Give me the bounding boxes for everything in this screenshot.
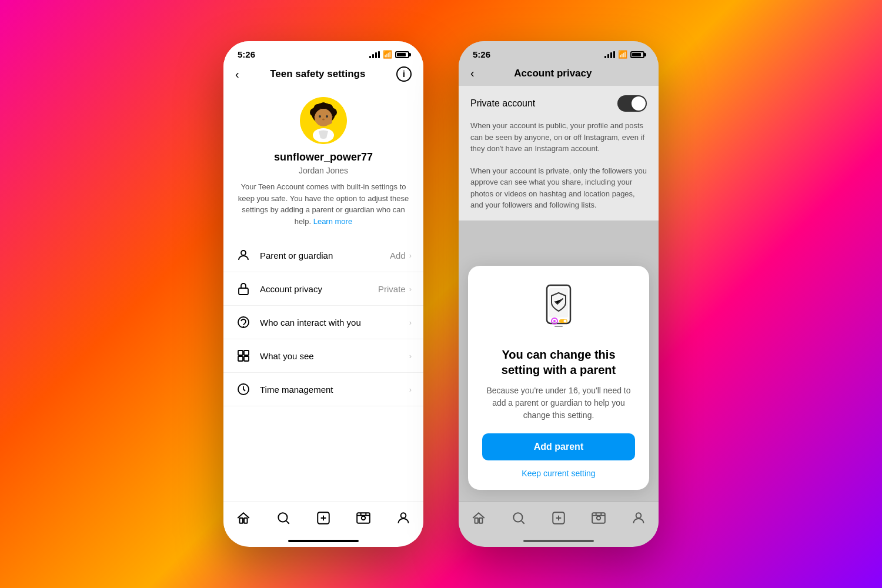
privacy-section: Private account When your account is pub… — [459, 86, 659, 220]
phone1-content: sunflower_power77 Jordan Jones Your Teen… — [223, 88, 423, 502]
signal-icon-2 — [604, 51, 615, 58]
svg-point-33 — [553, 320, 556, 322]
shield-phone-icon — [538, 282, 579, 335]
parent-guardian-value: Add — [390, 250, 406, 260]
svg-point-39 — [513, 513, 522, 522]
battery-icon-2 — [630, 51, 644, 58]
page-title-1: Teen safety settings — [270, 68, 365, 80]
page-title-2: Account privacy — [514, 68, 592, 79]
tab-bar-1 — [223, 502, 423, 540]
chevron-icon-4: › — [409, 352, 412, 360]
svg-rect-24 — [244, 518, 247, 523]
time-management-item[interactable]: Time management › — [223, 373, 423, 406]
parent-guardian-label: Parent or guardian — [260, 250, 390, 260]
real-name: Jordan Jones — [299, 166, 348, 175]
plus-tab[interactable] — [310, 508, 336, 528]
account-privacy-value: Private — [378, 284, 406, 294]
tab-bar-2 — [459, 502, 659, 540]
grid-icon — [235, 348, 252, 364]
phone2-content: Private account When your account is pub… — [459, 86, 659, 502]
battery-icon — [395, 51, 409, 58]
chevron-icon-5: › — [409, 385, 412, 394]
username: sunflower_power77 — [274, 151, 373, 163]
reels-tab[interactable] — [350, 508, 376, 528]
account-privacy-item[interactable]: Account privacy Private › — [223, 272, 423, 306]
back-button-2[interactable]: ‹ — [470, 66, 475, 80]
what-you-see-item[interactable]: What you see › — [223, 339, 423, 373]
time-2: 5:26 — [473, 49, 490, 59]
account-privacy-label: Account privacy — [260, 284, 378, 294]
status-bar-1: 5:26 📶 — [223, 41, 423, 63]
status-bar-2: 5:26 📶 — [459, 41, 659, 63]
profile-tab-2[interactable] — [626, 508, 652, 528]
svg-point-42 — [597, 516, 601, 520]
what-you-see-label: What you see — [260, 351, 409, 361]
svg-point-17 — [243, 327, 244, 328]
clock-icon — [235, 381, 252, 397]
svg-point-10 — [326, 115, 328, 118]
svg-point-25 — [278, 513, 287, 522]
modal-title: You can change this setting with a paren… — [482, 347, 635, 377]
svg-point-29 — [401, 513, 406, 518]
svg-rect-36 — [554, 326, 563, 327]
search-tab-2[interactable] — [506, 508, 532, 528]
modal-card: You can change this setting with a paren… — [468, 266, 649, 490]
back-button-1[interactable]: ‹ — [235, 68, 239, 81]
home-indicator-2 — [523, 540, 594, 542]
keep-setting-link[interactable]: Keep current setting — [522, 469, 595, 478]
svg-point-9 — [319, 115, 321, 118]
modal-description: Because you're under 16, you'll need to … — [482, 385, 635, 422]
svg-rect-15 — [239, 288, 248, 295]
svg-rect-21 — [244, 356, 249, 361]
profile-tab[interactable] — [390, 508, 416, 528]
person-icon — [235, 247, 252, 263]
svg-rect-38 — [479, 518, 482, 523]
svg-point-12 — [324, 119, 332, 125]
phone-1: 5:26 📶 ‹ Teen safety settings i — [223, 41, 423, 547]
menu-list: Parent or guardian Add › Account privacy… — [223, 239, 423, 406]
svg-point-28 — [362, 516, 366, 520]
privacy-desc-public: When your account is public, your profil… — [470, 120, 647, 155]
privacy-desc-private: When your account is private, only the f… — [470, 165, 647, 211]
nav-bar-1: ‹ Teen safety settings i — [223, 63, 423, 88]
avatar — [300, 97, 347, 144]
private-toggle[interactable] — [617, 95, 647, 112]
add-parent-button[interactable]: Add parent — [482, 433, 635, 460]
parent-guardian-item[interactable]: Parent or guardian Add › — [223, 239, 423, 272]
info-button[interactable]: i — [396, 66, 412, 82]
phone-shield-svg — [538, 282, 579, 335]
signal-icon — [369, 51, 380, 58]
home-tab[interactable] — [230, 508, 256, 528]
time-management-label: Time management — [260, 385, 409, 395]
who-can-interact-item[interactable]: Who can interact with you › — [223, 306, 423, 339]
svg-rect-20 — [238, 356, 243, 361]
who-can-interact-label: Who can interact with you — [260, 318, 409, 328]
status-icons-1: 📶 — [369, 50, 409, 59]
svg-rect-23 — [240, 518, 243, 523]
profile-section: sunflower_power77 Jordan Jones Your Teen… — [223, 88, 423, 234]
search-tab[interactable] — [270, 508, 296, 528]
nav-bar-2: ‹ Account privacy — [459, 63, 659, 86]
home-tab-2[interactable] — [466, 508, 492, 528]
modal-overlay: You can change this setting with a paren… — [459, 220, 659, 502]
svg-rect-41 — [592, 513, 605, 523]
svg-rect-19 — [244, 350, 249, 355]
chevron-icon-2: › — [409, 285, 412, 293]
lock-icon — [235, 280, 252, 297]
private-account-label: Private account — [470, 98, 535, 109]
time-1: 5:26 — [238, 49, 255, 59]
svg-point-35 — [564, 320, 567, 323]
chevron-icon: › — [409, 251, 412, 260]
svg-point-43 — [636, 513, 642, 518]
learn-more-link[interactable]: Learn more — [313, 217, 352, 226]
private-account-row: Private account — [470, 95, 647, 112]
plus-tab-2[interactable] — [546, 508, 572, 528]
svg-rect-37 — [475, 518, 478, 523]
svg-point-14 — [241, 250, 246, 255]
home-indicator-1 — [288, 540, 359, 542]
bio-text: Your Teen Account comes with built-in se… — [238, 181, 409, 227]
chat-icon — [235, 314, 252, 330]
reels-tab-2[interactable] — [586, 508, 612, 528]
svg-point-11 — [322, 119, 325, 121]
wifi-icon-2: 📶 — [618, 50, 627, 59]
